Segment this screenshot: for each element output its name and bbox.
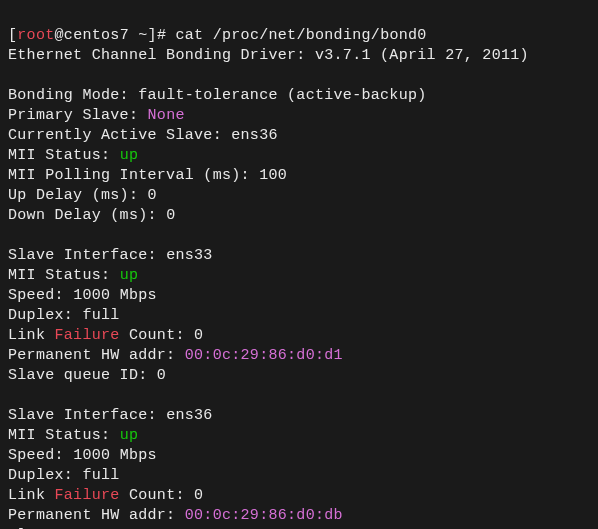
driver-line: Ethernet Channel Bonding Driver: v3.7.1 … bbox=[8, 47, 529, 64]
primary-slave-label: Primary Slave: bbox=[8, 107, 148, 124]
active-slave-value: ens36 bbox=[231, 127, 278, 144]
slave-hw-value: 00:0c:29:86:d0:db bbox=[185, 507, 343, 524]
slave-linkfail-suffix: Count: bbox=[120, 327, 194, 344]
up-delay-value: 0 bbox=[148, 187, 157, 204]
slave-hw-value: 00:0c:29:86:d0:d1 bbox=[185, 347, 343, 364]
slave-queue-value: 0 bbox=[157, 367, 166, 384]
slave-linkfail-value: 0 bbox=[194, 327, 203, 344]
slave-iface-label: Slave Interface: bbox=[8, 407, 166, 424]
terminal-output: [root@centos7 ~]# cat /proc/net/bonding/… bbox=[8, 26, 590, 529]
slave-duplex-value: full bbox=[82, 467, 119, 484]
prompt-host: centos7 bbox=[64, 27, 129, 44]
slave-iface-value: ens33 bbox=[166, 247, 213, 264]
slave-hw-label: Permanent HW addr: bbox=[8, 507, 185, 524]
slave-linkfail-word: Failure bbox=[55, 327, 120, 344]
down-delay-value: 0 bbox=[166, 207, 175, 224]
slave-mii-label: MII Status: bbox=[8, 267, 120, 284]
slave-linkfail-prefix: Link bbox=[8, 487, 55, 504]
slave-iface-label: Slave Interface: bbox=[8, 247, 166, 264]
bonding-mode-label: Bonding Mode: bbox=[8, 87, 138, 104]
slave-hw-label: Permanent HW addr: bbox=[8, 347, 185, 364]
slave-linkfail-prefix: Link bbox=[8, 327, 55, 344]
slave-speed-value: 1000 Mbps bbox=[73, 287, 157, 304]
slave-speed-label: Speed: bbox=[8, 447, 73, 464]
primary-slave-value: None bbox=[148, 107, 185, 124]
up-delay-label: Up Delay (ms): bbox=[8, 187, 148, 204]
mii-poll-label: MII Polling Interval (ms): bbox=[8, 167, 259, 184]
slave-duplex-label: Duplex: bbox=[8, 467, 82, 484]
slave-linkfail-word: Failure bbox=[55, 487, 120, 504]
slave-iface-value: ens36 bbox=[166, 407, 213, 424]
slave-mii-value: up bbox=[120, 427, 139, 444]
down-delay-label: Down Delay (ms): bbox=[8, 207, 166, 224]
prompt-cwd: ~ bbox=[138, 27, 147, 44]
mii-status-value: up bbox=[120, 147, 139, 164]
slave-speed-label: Speed: bbox=[8, 287, 73, 304]
active-slave-label: Currently Active Slave: bbox=[8, 127, 231, 144]
slave-queue-label: Slave queue ID: bbox=[8, 367, 157, 384]
slave-duplex-value: full bbox=[82, 307, 119, 324]
slave-duplex-label: Duplex: bbox=[8, 307, 82, 324]
slave-linkfail-suffix: Count: bbox=[120, 487, 194, 504]
slave-speed-value: 1000 Mbps bbox=[73, 447, 157, 464]
slave-mii-label: MII Status: bbox=[8, 427, 120, 444]
bonding-mode-value: fault-tolerance (active-backup) bbox=[138, 87, 426, 104]
prompt-user: root bbox=[17, 27, 54, 44]
command: cat /proc/net/bonding/bond0 bbox=[176, 27, 427, 44]
mii-status-label: MII Status: bbox=[8, 147, 120, 164]
mii-poll-value: 100 bbox=[259, 167, 287, 184]
slave-mii-value: up bbox=[120, 267, 139, 284]
slave-linkfail-value: 0 bbox=[194, 487, 203, 504]
